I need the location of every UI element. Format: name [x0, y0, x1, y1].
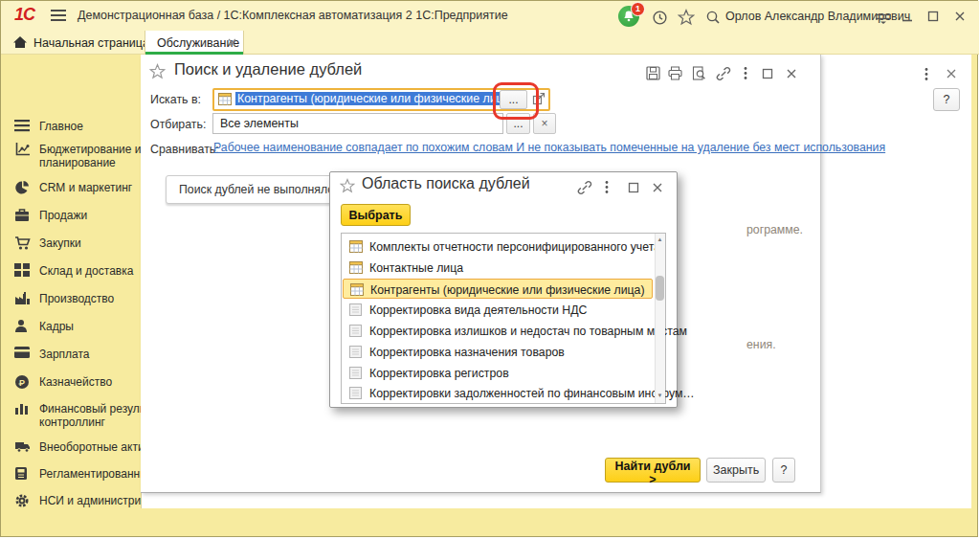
help-button[interactable]: ?: [772, 458, 795, 483]
scroll-up-icon[interactable]: ▲: [656, 236, 664, 242]
catalog-icon: [349, 240, 363, 253]
side-help-button[interactable]: ?: [933, 88, 960, 111]
list-item[interactable]: Корректировка вида деятельности НДС: [343, 300, 653, 320]
hint-fragment-top: рограмме.: [746, 223, 803, 236]
ledger-icon: [14, 466, 31, 483]
maximize-button[interactable]: [927, 11, 939, 22]
scroll-down-icon[interactable]: ▼: [656, 393, 664, 398]
scrollbar-thumb[interactable]: [656, 276, 664, 301]
tab-close-icon[interactable]: [228, 38, 236, 47]
search-in-label: Искать в:: [150, 93, 201, 106]
close-window-button[interactable]: [954, 11, 966, 22]
cart-icon: [14, 236, 31, 252]
compare-rule-link[interactable]: Рабочее наименование совпадает по похожи…: [213, 141, 885, 154]
list-item[interactable]: Комплекты отчетности персонифицированног…: [343, 236, 653, 257]
list-item-selected[interactable]: Контрагенты (юридические или физические …: [343, 279, 653, 299]
gear-icon: [14, 493, 31, 508]
open-in-window-icon[interactable]: [532, 92, 546, 105]
form-close-icon[interactable]: [946, 68, 957, 79]
dialog-close-icon[interactable]: [786, 68, 797, 79]
list-scrollbar[interactable]: [655, 234, 665, 403]
print-icon[interactable]: [668, 66, 682, 80]
find-duplicates-button[interactable]: Найти дубли >: [605, 458, 701, 483]
tab-maintenance[interactable]: Обслуживание: [145, 31, 244, 55]
modal-link-icon[interactable]: [577, 180, 592, 195]
bar-chart-icon: [14, 401, 31, 417]
modal-star-icon[interactable]: [340, 178, 355, 193]
list-item[interactable]: Контактные лица: [343, 258, 653, 278]
favorites-star-icon[interactable]: [678, 9, 695, 26]
truck-icon: [14, 439, 31, 456]
list-item[interactable]: Корректировка назначения товаров: [343, 342, 653, 362]
hint-fragment-bottom: ения.: [746, 338, 776, 351]
main-menu-icon[interactable]: [51, 10, 66, 21]
catalog-icon: [350, 283, 364, 296]
notification-badge: 1: [631, 2, 645, 16]
home-icon[interactable]: [12, 35, 28, 49]
dialog-title: Поиск и удаление дублей: [174, 60, 362, 79]
more-icon[interactable]: [744, 66, 747, 80]
factory-icon: [14, 291, 31, 307]
modal-maximize-icon[interactable]: [628, 182, 639, 193]
filter-value: Все элементы: [220, 117, 299, 130]
modal-more-icon[interactable]: [605, 180, 609, 194]
dialog-star-icon[interactable]: [149, 63, 166, 79]
app-window: 1С Демонстрационная база / 1С:Комплексна…: [0, 0, 978, 537]
save-icon[interactable]: [646, 66, 660, 80]
pie-chart-icon: [14, 180, 31, 196]
document-icon: [349, 346, 362, 358]
home-tab-label[interactable]: Начальная страница: [33, 36, 149, 50]
document-icon: [349, 325, 362, 337]
card-icon: [14, 347, 31, 363]
person-icon: [14, 319, 31, 335]
document-icon: [349, 303, 362, 316]
grid-boxes-icon: [14, 263, 31, 280]
filter-field[interactable]: Все элементы: [212, 113, 503, 134]
catalog-icon: [218, 93, 232, 105]
chart-plan-icon: [14, 142, 31, 158]
filter-label: Отбирать:: [150, 118, 206, 131]
list-item[interactable]: Корректировка регистров: [343, 363, 653, 383]
1c-logo: 1С: [14, 5, 34, 25]
filter-clear-button[interactable]: ×: [533, 113, 556, 134]
sidebar: Главное Бюджетирование и планирование CR…: [1, 55, 141, 508]
list-item[interactable]: Корректировки задолженностей по финансов…: [343, 383, 653, 403]
service-menu-icon[interactable]: [875, 13, 892, 25]
document-icon: [349, 367, 362, 379]
search-in-value: Контрагенты (юридические или физические …: [235, 92, 516, 105]
briefcase-icon: [14, 208, 31, 224]
minimize-button[interactable]: [902, 11, 913, 23]
filter-browse-button[interactable]: ...: [506, 113, 530, 134]
dialog-maximize-icon[interactable]: [762, 68, 773, 79]
select-button[interactable]: Выбрать: [341, 204, 411, 226]
close-button[interactable]: Закрыть: [706, 458, 766, 483]
preview-icon[interactable]: [692, 66, 706, 80]
svg-text:Р: Р: [19, 378, 25, 388]
titlebar: 1С Демонстрационная база / 1С:Комплексна…: [1, 1, 979, 30]
search-in-browse-button[interactable]: ...: [500, 90, 527, 109]
form-more-icon[interactable]: [924, 67, 928, 81]
document-icon: [349, 387, 362, 399]
link-icon[interactable]: [716, 66, 731, 81]
catalog-icon: [349, 261, 363, 274]
ruble-circle-icon: Р: [14, 374, 31, 391]
search-icon[interactable]: [705, 10, 721, 25]
menu-lines-icon: [14, 119, 31, 135]
history-icon[interactable]: [652, 10, 668, 26]
compare-label: Сравнивать:: [150, 143, 219, 156]
window-title: Демонстрационная база / 1С:Комплексная а…: [78, 9, 508, 22]
modal-close-icon[interactable]: [652, 182, 663, 193]
modal-title: Область поиска дублей: [362, 175, 530, 192]
list-item[interactable]: Корректировка излишков и недостач по тов…: [343, 321, 653, 341]
